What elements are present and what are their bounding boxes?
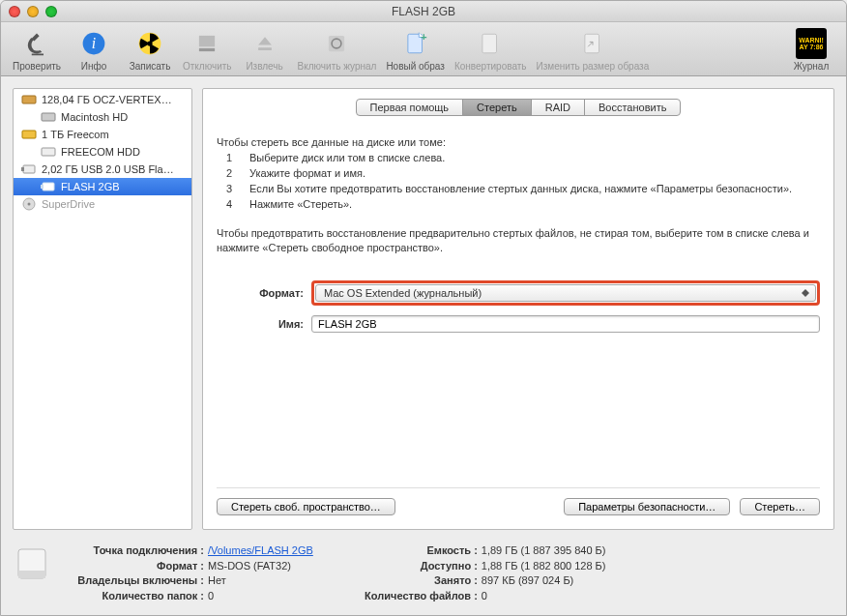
available-label: Доступно : xyxy=(352,559,478,573)
used-value: 897 КБ (897 024 Б) xyxy=(482,573,573,588)
toolbar-log-button[interactable]: WARNI! AY 7:86 Журнал xyxy=(784,26,838,73)
external-disk-icon xyxy=(21,128,37,141)
sidebar-item-label: SuperDrive xyxy=(42,198,95,210)
toolbar-unmount-label: Отключить xyxy=(183,61,232,72)
toolbar-burn-button[interactable]: Записать xyxy=(123,26,177,73)
sidebar-item-label: FREECOM HDD xyxy=(61,146,140,158)
owners-label: Владельцы включены : xyxy=(59,573,204,588)
tab-erase[interactable]: Стереть xyxy=(463,100,532,115)
toolbar-verify-label: Проверить xyxy=(13,61,61,72)
format-info-value: MS-DOS (FAT32) xyxy=(208,559,291,573)
toolbar-eject-label: Извлечь xyxy=(246,61,282,72)
svg-rect-15 xyxy=(21,167,24,171)
toolbar-convert-label: Конвертировать xyxy=(454,61,527,72)
svg-rect-21 xyxy=(18,571,45,578)
toolbar-verify-button[interactable]: Проверить xyxy=(9,26,65,73)
window-controls xyxy=(9,6,57,17)
sidebar-volume-macintosh-hd[interactable]: Macintosh HD xyxy=(14,108,191,126)
info-icon: i xyxy=(78,28,109,59)
toolbar-info-label: Инфо xyxy=(81,61,107,72)
toolbar-resize-image-button[interactable]: Изменить размер образа xyxy=(533,26,654,73)
sidebar-item-label: Macintosh HD xyxy=(61,111,128,123)
optical-drive-icon xyxy=(21,197,37,211)
name-label: Имя: xyxy=(217,318,304,330)
tab-raid[interactable]: RAID xyxy=(532,100,585,115)
sidebar-disk-freecom[interactable]: 1 ТБ Freecom xyxy=(14,126,191,143)
svg-rect-13 xyxy=(42,148,55,156)
window-title: FLASH 2GB xyxy=(1,5,846,18)
erase-free-space-button[interactable]: Стереть своб. пространство… xyxy=(217,498,395,515)
format-select-value: Mac OS Extended (журнальный) xyxy=(324,287,482,299)
toolbar-convert-button[interactable]: Конвертировать xyxy=(451,26,531,73)
sidebar-volume-flash-2gb[interactable]: FLASH 2GB xyxy=(14,178,191,195)
capacity-value: 1,89 ГБ (1 887 395 840 Б) xyxy=(482,543,606,558)
close-window-button[interactable] xyxy=(9,6,20,17)
svg-rect-9 xyxy=(585,34,599,53)
button-row: Стереть своб. пространство… Параметры бе… xyxy=(217,487,820,515)
files-value: 0 xyxy=(482,589,487,603)
footer-info: Точка подключения :/Volumes/FLASH 2GB Фо… xyxy=(1,536,846,615)
format-select[interactable]: Mac OS Extended (журнальный) xyxy=(315,284,816,302)
instructions-intro: Чтобы стереть все данные на диске или то… xyxy=(217,135,820,151)
sidebar-item-label: FLASH 2GB xyxy=(61,181,120,192)
eject-icon xyxy=(249,28,280,59)
toolbar-enable-journal-label: Включить журнал xyxy=(298,61,377,72)
toolbar-log-label: Журнал xyxy=(794,61,830,72)
warning-icon: WARNI! AY 7:86 xyxy=(796,28,827,59)
usb-disk-icon xyxy=(21,162,37,176)
mount-point-link[interactable]: /Volumes/FLASH 2GB xyxy=(208,544,313,556)
svg-text:i: i xyxy=(92,35,96,51)
instructions-note: Чтобы предотвратить восстановление предв… xyxy=(217,226,820,256)
toolbar: Проверить i Инфо Записать Отключить Извл… xyxy=(1,22,846,76)
toolbar-eject-button[interactable]: Извлечь xyxy=(238,26,292,73)
resize-icon xyxy=(577,28,608,59)
minimize-window-button[interactable] xyxy=(27,6,39,17)
svg-rect-17 xyxy=(41,185,44,189)
unmount-icon xyxy=(191,28,222,59)
toolbar-new-image-button[interactable]: + Новый образ xyxy=(382,26,449,73)
toolbar-enable-journal-button[interactable]: Включить журнал xyxy=(294,26,381,73)
toolbar-info-button[interactable]: i Инфо xyxy=(67,26,121,73)
titlebar: FLASH 2GB xyxy=(1,1,846,22)
format-label: Формат: xyxy=(217,287,304,299)
svg-text:+: + xyxy=(421,31,427,43)
tab-restore[interactable]: Восстановить xyxy=(585,100,680,115)
internal-disk-icon xyxy=(21,93,37,106)
svg-rect-12 xyxy=(22,131,36,138)
app-window: FLASH 2GB Проверить i Инфо Записать Откл… xyxy=(0,0,847,616)
files-label: Количество файлов : xyxy=(352,589,478,603)
zoom-window-button[interactable] xyxy=(45,6,57,17)
svg-point-19 xyxy=(28,203,31,206)
format-info-label: Формат : xyxy=(59,559,204,573)
usb-disk-icon xyxy=(41,180,56,193)
volume-icon xyxy=(15,543,49,584)
svg-rect-16 xyxy=(43,183,54,191)
new-image-icon: + xyxy=(400,28,431,59)
name-input[interactable] xyxy=(311,315,820,333)
sidebar-volume-freecom-hdd[interactable]: FREECOM HDD xyxy=(14,143,191,161)
capacity-label: Емкость : xyxy=(352,543,478,558)
sidebar-disk-ocz[interactable]: 128,04 ГБ OCZ-VERTEX… xyxy=(14,91,191,108)
internal-disk-icon xyxy=(41,110,56,124)
sidebar-superdrive[interactable]: SuperDrive xyxy=(14,195,191,213)
mount-point-label: Точка подключения : xyxy=(59,543,204,558)
toolbar-new-image-label: Новый образ xyxy=(386,61,445,72)
tab-bar: Первая помощь Стереть RAID Восстановить xyxy=(217,99,820,116)
sidebar-item-label: 128,04 ГБ OCZ-VERTEX… xyxy=(42,94,172,105)
svg-point-3 xyxy=(147,41,152,45)
sidebar-disk-usb[interactable]: 2,02 ГБ USB 2.0 USB Fla… xyxy=(14,161,191,178)
svg-rect-11 xyxy=(42,113,55,121)
security-options-button[interactable]: Параметры безопасности… xyxy=(564,498,730,515)
instructions-text: Чтобы стереть все данные на диске или то… xyxy=(217,135,820,213)
tab-first-aid[interactable]: Первая помощь xyxy=(357,100,464,115)
owners-value: Нет xyxy=(208,573,226,588)
disk-sidebar: 128,04 ГБ OCZ-VERTEX… Macintosh HD 1 ТБ … xyxy=(13,88,192,530)
toolbar-unmount-button[interactable]: Отключить xyxy=(179,26,236,73)
svg-rect-10 xyxy=(22,96,36,103)
used-label: Занято : xyxy=(352,573,478,588)
svg-rect-8 xyxy=(482,34,497,53)
folders-label: Количество папок : xyxy=(59,589,204,603)
erase-button[interactable]: Стереть… xyxy=(740,498,820,515)
content-panel: Первая помощь Стереть RAID Восстановить … xyxy=(202,88,834,530)
available-value: 1,88 ГБ (1 882 800 128 Б) xyxy=(482,559,606,573)
